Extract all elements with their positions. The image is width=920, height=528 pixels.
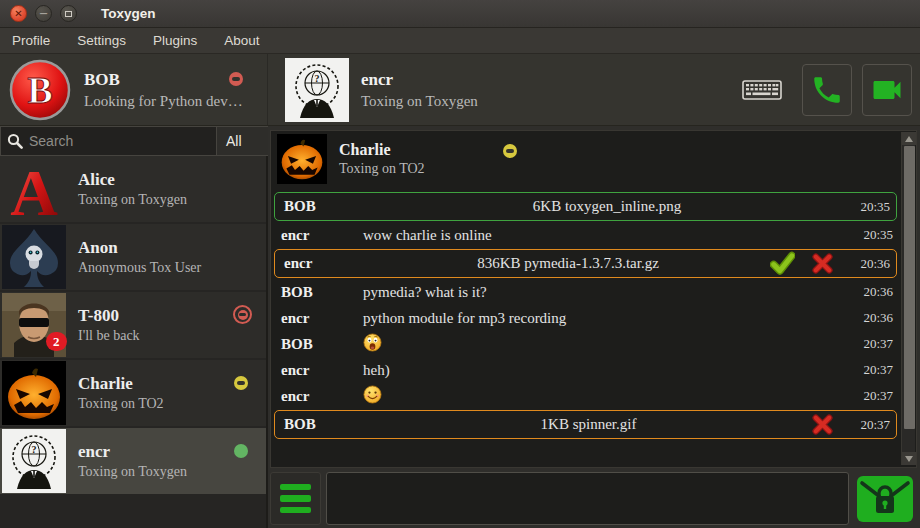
svg-text:B: B [27,69,52,111]
contact-name: Anon [78,238,201,258]
active-contact-name: encr [361,70,478,90]
main-area: All A Alice Toxing on Toxygen Anon Anony… [0,126,920,528]
active-contact-header: ? encr Toxing on Toxygen [268,54,920,125]
smile-emoji [363,385,382,408]
contact-row-charlie[interactable]: Charlie Toxing on TO2 [0,360,266,426]
contact-row-encr[interactable]: ? encr Toxing on Toxygen [0,428,266,494]
charlie-avatar [2,361,66,425]
self-avatar: B [8,58,72,122]
minimize-icon[interactable]: ─ [35,5,52,22]
video-call-button[interactable] [862,64,912,116]
menu-item-settings[interactable]: Settings [77,33,126,48]
keyboard-icon[interactable] [742,78,782,102]
chat-area: Charlie Toxing on TO2 BOB 6KB toxygen_in… [270,130,917,468]
message-row: encr python module for mp3 recording 20:… [272,305,899,331]
away-status-icon [234,376,248,390]
message-sender: encr [281,310,363,327]
decline-file-button[interactable] [811,413,834,436]
active-contact-status-message: Toxing on Toxygen [361,93,478,110]
message-time: 20:35 [848,199,890,215]
message-sender: BOB [284,416,366,433]
search-box [0,126,217,156]
message-row: encr 20:37 [272,383,899,409]
charlie-avatar [277,134,327,184]
message-text: pymedia? what is it? [363,284,487,301]
menu-item-profile[interactable]: Profile [12,33,50,48]
contact-row-t-800[interactable]: T-800 I'll be back 2 [0,292,266,358]
chat-scrollbar[interactable] [901,132,915,465]
svg-text:?: ? [32,444,37,455]
chat-peer-name: Charlie [339,141,425,159]
scrollbar-thumb[interactable] [904,146,915,429]
composer [268,468,920,528]
scroll-down-icon[interactable] [902,452,916,465]
message-row: encr wow charlie is online 20:35 [272,222,899,248]
message-time: 20:37 [848,417,890,433]
toxygen-window: ✕ ─ Toxygen ProfileSettingsPluginsAbout … [0,0,920,528]
encr-avatar: ? [2,429,66,493]
self-profile[interactable]: B BOB Looking for Python dev… [0,54,268,125]
contact-status-message: Toxing on TO2 [78,396,164,412]
search-input[interactable] [29,133,210,149]
message-sender: BOB [281,336,363,353]
chat-peer-status-message: Toxing on TO2 [339,161,425,177]
filter-value: All [226,133,242,149]
file-transfer-row: BOB 6KB toxygen_inline.png 20:35 [274,192,897,221]
menu-item-plugins[interactable]: Plugins [153,33,197,48]
anon-avatar [2,225,66,289]
title-bar: ✕ ─ Toxygen [0,0,920,28]
audio-call-button[interactable] [802,64,852,116]
search-icon [7,133,23,149]
message-sender: encr [284,255,366,272]
contact-status-message: Toxing on Toxygen [78,464,187,480]
contact-status-message: I'll be back [78,328,140,344]
window-title: Toxygen [101,6,156,21]
message-time: 20:36 [848,256,890,272]
scroll-up-icon[interactable] [902,132,916,145]
contact-row-anon[interactable]: Anon Anonymous Tox User [0,224,266,290]
file-transfer-row: encr 836KB pymedia-1.3.7.3.tar.gz 20:36 [274,249,897,278]
message-time: 20:37 [851,388,893,404]
chat-menu-button[interactable] [270,472,321,525]
alice-avatar: A [2,157,66,221]
message-time: 20:36 [851,310,893,326]
message-input[interactable] [326,472,849,525]
active-contact-avatar: ? [285,58,349,122]
away-status-icon [503,144,517,158]
send-button[interactable] [854,472,916,525]
busy-unread-status-icon [233,305,252,324]
self-status-message: Looking for Python dev… [84,93,243,110]
menu-bar: ProfileSettingsPluginsAbout [0,28,920,54]
contact-row-alice[interactable]: A Alice Toxing on Toxygen [0,156,266,222]
message-row: encr heh) 20:37 [272,357,899,383]
contact-list: A Alice Toxing on Toxygen Anon Anonymous… [0,156,266,528]
message-text: python module for mp3 recording [363,310,566,327]
unread-badge: 2 [46,332,67,351]
svg-text:A: A [10,157,58,221]
message-list: BOB 6KB toxygen_inline.png 20:35 encr wo… [272,191,899,465]
message-sender: BOB [281,284,363,301]
decline-file-button[interactable] [811,252,834,275]
message-sender: encr [281,227,363,244]
self-name: BOB [84,70,243,90]
file-name: 836KB pymedia-1.3.7.3.tar.gz [477,255,659,272]
maximize-icon[interactable] [60,5,77,22]
chat-peer-card[interactable]: Charlie Toxing on TO2 [271,131,916,187]
message-row: BOB 20:37 [272,331,899,357]
contact-name: Charlie [78,374,164,394]
accept-file-button[interactable] [770,251,795,276]
video-camera-icon [869,72,905,108]
svg-text:?: ? [315,73,320,84]
file-name: 6KB toxygen_inline.png [533,198,681,215]
close-icon[interactable]: ✕ [10,5,27,22]
menu-item-about[interactable]: About [224,33,259,48]
message-text: heh) [363,362,390,379]
send-envelope-lock-icon [856,475,914,523]
chat-panel: Charlie Toxing on TO2 BOB 6KB toxygen_in… [268,126,920,528]
header: B BOB Looking for Python dev… ? encr Tox… [0,54,920,126]
hamburger-menu-icon [280,484,311,491]
message-text: wow charlie is online [363,227,492,244]
contact-name: encr [78,442,187,462]
phone-icon [810,73,844,107]
contact-name: Alice [78,170,187,190]
